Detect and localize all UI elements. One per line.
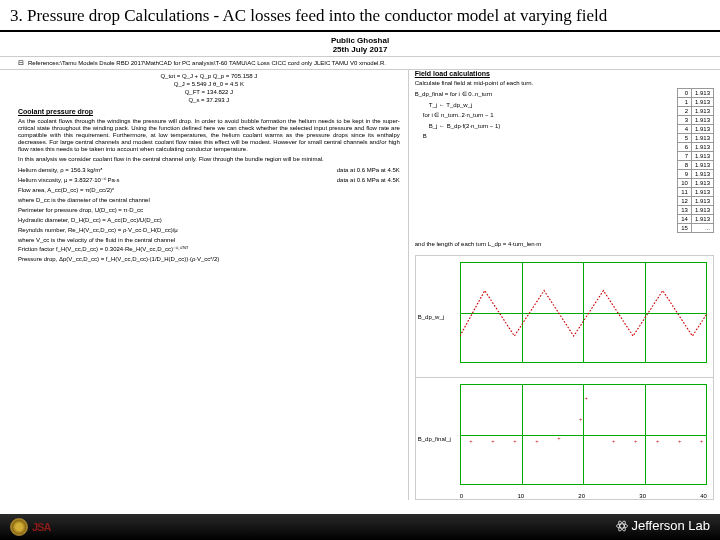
- right-column: Field load calculations Calculate final …: [408, 70, 714, 500]
- doe-seal-icon: [10, 518, 28, 536]
- def-vcc-note: where V_cc is the velocity of the fluid …: [18, 237, 400, 244]
- chart2-points: ++++++++++++: [460, 384, 707, 485]
- def-flow-area: Flow area, A_cc(D_cc) = π(D_cc/2)²: [18, 187, 400, 194]
- jlab-atom-icon: [615, 519, 629, 536]
- def-friction: Friction factor f_H(V_cc,D_cc) = 0.3024·…: [18, 246, 400, 253]
- slide-title: 3. Pressure drop Calculations - AC losse…: [0, 0, 720, 32]
- chart-bottom: B_dp_final_j ++++++++++++ 0 10 20 30: [416, 377, 713, 499]
- content-area: Public Ghoshal 25th July 2017 References…: [0, 32, 720, 492]
- doc-header: Public Ghoshal 25th July 2017: [0, 36, 720, 54]
- pseudo-code: B_dp_final = for i ∈ 0..n_turn T_j ← T_d…: [415, 88, 672, 233]
- right-subhead: Calculate final field at mid-point of ea…: [415, 80, 714, 86]
- charts-panel: B_dp_w_j B_d: [415, 255, 714, 500]
- def-viscosity: Helium viscosity, μ = 3.8327·10⁻⁶ Pa·s d…: [18, 177, 400, 184]
- def-hydraulic: Hydraulic diameter, D_H(D_cc) = A_cc(D_c…: [18, 217, 400, 224]
- top-equations: Q_tot = Q_J + Q_p Q_p = 705.158 J Q_J = …: [18, 73, 400, 104]
- def-perimeter: Perimeter for pressure drop, U(D_cc) = π…: [18, 207, 400, 214]
- def-density: Helium density, ρ = 156.3 kg/m³ data at …: [18, 167, 400, 174]
- jsa-logo: JSA: [32, 521, 50, 533]
- reference-path: References:\Tamu Models Dsole RBD 2017\M…: [0, 56, 720, 70]
- data-table: 01.91311.91321.91331.91341.91351.91361.9…: [677, 88, 714, 233]
- footer-bar: JSA Jefferson Lab: [0, 514, 720, 540]
- def-dcc-note: where D_cc is the diameter of the centra…: [18, 197, 400, 204]
- jlab-logo: Jefferson Lab: [615, 518, 710, 535]
- chart1-ylabel: B_dp_w_j: [418, 314, 444, 320]
- chart1-line: [460, 283, 707, 344]
- left-column: Q_tot = Q_J + Q_p Q_p = 705.158 J Q_J = …: [18, 70, 408, 500]
- section-heading: Coolant pressure drop: [18, 108, 400, 116]
- svg-point-0: [617, 523, 628, 527]
- chart-xaxis: 0 10 20 30 40: [460, 493, 707, 499]
- doc-date: 25th July 2017: [0, 45, 720, 54]
- right-heading: Field load calculations: [415, 70, 714, 77]
- def-reynolds: Reynolds number, Re_H(V_cc,D_cc) = ρ·V_c…: [18, 227, 400, 234]
- length-line: and the length of each turn L_dp = 4·tur…: [415, 241, 714, 247]
- chart-top: B_dp_w_j: [416, 256, 713, 377]
- doc-author: Public Ghoshal: [0, 36, 720, 45]
- def-pressure-drop: Pressure drop, Δp(V_cc,D_cc) = f_H(V_cc,…: [18, 256, 400, 263]
- paragraph-1: As the coolant flows through the winding…: [18, 118, 400, 152]
- chart2-ylabel: B_dp_final_j: [418, 436, 451, 442]
- paragraph-2: In this analysis we consider coolant flo…: [18, 156, 400, 163]
